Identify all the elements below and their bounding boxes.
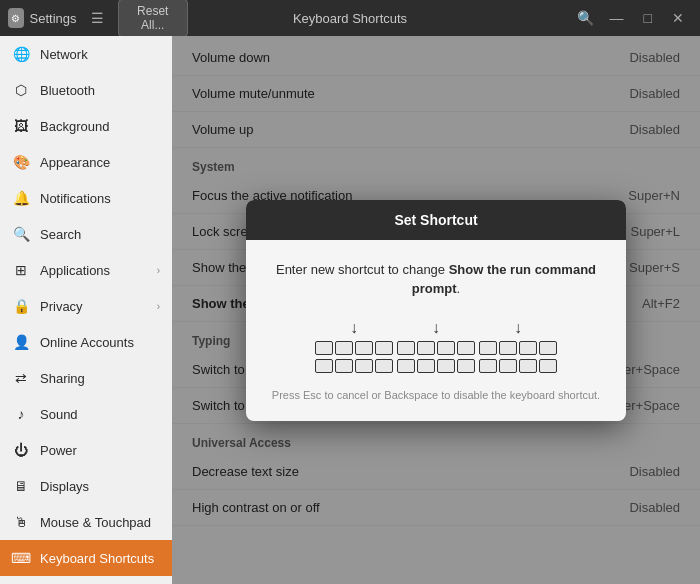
appearance-icon: 🎨 bbox=[12, 153, 30, 171]
set-shortcut-modal: Set Shortcut Enter new shortcut to chang… bbox=[246, 200, 626, 421]
key bbox=[479, 359, 497, 373]
keyboard-visual: ↓ bbox=[270, 319, 602, 373]
sidebar-item-label: Notifications bbox=[40, 191, 111, 206]
key bbox=[437, 359, 455, 373]
privacy-icon: 🔒 bbox=[12, 297, 30, 315]
key bbox=[539, 359, 557, 373]
key bbox=[479, 341, 497, 355]
key bbox=[335, 341, 353, 355]
key bbox=[375, 341, 393, 355]
titlebar-right: 🔍 — □ ✕ bbox=[512, 6, 692, 30]
minimize-button[interactable]: — bbox=[602, 6, 632, 30]
sidebar-item-power[interactable]: ⏻Power bbox=[0, 432, 172, 468]
titlebar-left: ⚙ Settings ☰ Reset All... bbox=[8, 0, 188, 37]
key bbox=[397, 359, 415, 373]
keyboard-shortcuts-icon: ⌨ bbox=[12, 549, 30, 567]
key bbox=[397, 341, 415, 355]
restore-button[interactable]: □ bbox=[636, 6, 660, 30]
key bbox=[315, 341, 333, 355]
sidebar-item-label: Online Accounts bbox=[40, 335, 134, 350]
applications-icon: ⊞ bbox=[12, 261, 30, 279]
key bbox=[335, 359, 353, 373]
chevron-right-icon: › bbox=[157, 265, 160, 276]
keys-row-top-1 bbox=[315, 341, 393, 355]
sidebar-item-appearance[interactable]: 🎨Appearance bbox=[0, 144, 172, 180]
mouse-touchpad-icon: 🖱 bbox=[12, 513, 30, 531]
keys-row-bottom-2 bbox=[397, 359, 475, 373]
key bbox=[539, 341, 557, 355]
arrow-down-1: ↓ bbox=[350, 319, 358, 337]
main-layout: 🌐Network⬡Bluetooth🖼Background🎨Appearance… bbox=[0, 36, 700, 584]
app-icon: ⚙ bbox=[8, 8, 24, 28]
sidebar-item-notifications[interactable]: 🔔Notifications bbox=[0, 180, 172, 216]
sidebar-item-online-accounts[interactable]: 👤Online Accounts bbox=[0, 324, 172, 360]
search-icon: 🔍 bbox=[12, 225, 30, 243]
reset-all-button[interactable]: Reset All... bbox=[118, 0, 189, 37]
sidebar-item-label: Displays bbox=[40, 479, 89, 494]
sidebar-item-displays[interactable]: 🖥Displays bbox=[0, 468, 172, 504]
close-button[interactable]: ✕ bbox=[664, 6, 692, 30]
modal-instruction-suffix: . bbox=[457, 281, 461, 296]
sidebar-item-label: Network bbox=[40, 47, 88, 62]
sidebar-item-sound[interactable]: ♪Sound bbox=[0, 396, 172, 432]
sidebar: 🌐Network⬡Bluetooth🖼Background🎨Appearance… bbox=[0, 36, 172, 584]
key bbox=[519, 359, 537, 373]
sidebar-item-network[interactable]: 🌐Network bbox=[0, 36, 172, 72]
sidebar-item-label: Search bbox=[40, 227, 81, 242]
modal-instruction: Enter new shortcut to change Show the ru… bbox=[270, 260, 602, 299]
sidebar-item-background[interactable]: 🖼Background bbox=[0, 108, 172, 144]
sidebar-item-label: Power bbox=[40, 443, 77, 458]
hamburger-button[interactable]: ☰ bbox=[83, 6, 112, 30]
content-area: Volume downDisabledVolume mute/unmuteDis… bbox=[172, 36, 700, 584]
sidebar-item-label: Applications bbox=[40, 263, 110, 278]
sidebar-item-label: Keyboard Shortcuts bbox=[40, 551, 154, 566]
sidebar-item-bluetooth[interactable]: ⬡Bluetooth bbox=[0, 72, 172, 108]
key bbox=[355, 359, 373, 373]
sidebar-item-applications[interactable]: ⊞Applications› bbox=[0, 252, 172, 288]
modal-header: Set Shortcut bbox=[246, 200, 626, 240]
key bbox=[457, 341, 475, 355]
modal-instruction-prefix: Enter new shortcut to change bbox=[276, 262, 449, 277]
sidebar-item-sharing[interactable]: ⇄Sharing bbox=[0, 360, 172, 396]
key bbox=[457, 359, 475, 373]
sidebar-item-label: Appearance bbox=[40, 155, 110, 170]
sidebar-item-search[interactable]: 🔍Search bbox=[0, 216, 172, 252]
keys-row-bottom-3 bbox=[479, 359, 557, 373]
key-group-3: ↓ bbox=[479, 319, 557, 373]
background-icon: 🖼 bbox=[12, 117, 30, 135]
sidebar-item-label: Privacy bbox=[40, 299, 83, 314]
key bbox=[355, 341, 373, 355]
key bbox=[499, 359, 517, 373]
sidebar-item-keyboard-shortcuts[interactable]: ⌨Keyboard Shortcuts bbox=[0, 540, 172, 576]
titlebar: ⚙ Settings ☰ Reset All... Keyboard Short… bbox=[0, 0, 700, 36]
sidebar-item-label: Sound bbox=[40, 407, 78, 422]
key bbox=[315, 359, 333, 373]
sidebar-item-label: Sharing bbox=[40, 371, 85, 386]
sidebar-item-mouse-touchpad[interactable]: 🖱Mouse & Touchpad bbox=[0, 504, 172, 540]
sidebar-item-printers[interactable]: 🖨Printers bbox=[0, 576, 172, 584]
titlebar-center: Keyboard Shortcuts bbox=[188, 11, 512, 26]
key-group-2: ↓ bbox=[397, 319, 475, 373]
key bbox=[519, 341, 537, 355]
window-title: Keyboard Shortcuts bbox=[293, 11, 407, 26]
app-title: Settings bbox=[30, 11, 77, 26]
sidebar-item-label: Bluetooth bbox=[40, 83, 95, 98]
network-icon: 🌐 bbox=[12, 45, 30, 63]
displays-icon: 🖥 bbox=[12, 477, 30, 495]
modal-overlay[interactable]: Set Shortcut Enter new shortcut to chang… bbox=[172, 36, 700, 584]
key bbox=[499, 341, 517, 355]
notifications-icon: 🔔 bbox=[12, 189, 30, 207]
sidebar-item-privacy[interactable]: 🔒Privacy› bbox=[0, 288, 172, 324]
key bbox=[375, 359, 393, 373]
bluetooth-icon: ⬡ bbox=[12, 81, 30, 99]
key bbox=[417, 341, 435, 355]
keys-row-top-3 bbox=[479, 341, 557, 355]
chevron-right-icon: › bbox=[157, 301, 160, 312]
search-button[interactable]: 🔍 bbox=[573, 6, 598, 30]
power-icon: ⏻ bbox=[12, 441, 30, 459]
key bbox=[437, 341, 455, 355]
key-group-1: ↓ bbox=[315, 319, 393, 373]
keys-row-bottom-1 bbox=[315, 359, 393, 373]
sharing-icon: ⇄ bbox=[12, 369, 30, 387]
sidebar-item-label: Mouse & Touchpad bbox=[40, 515, 151, 530]
